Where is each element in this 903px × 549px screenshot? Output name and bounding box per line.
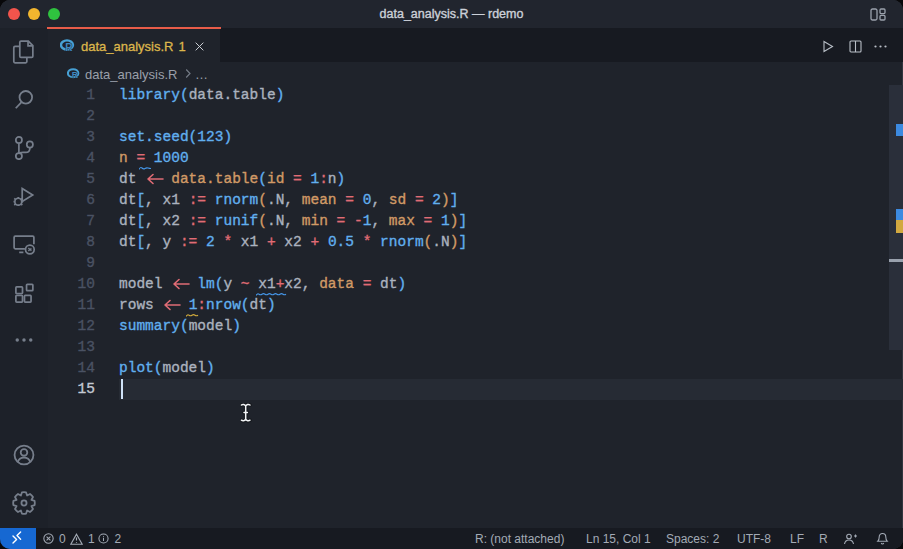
svg-text:R: R bbox=[65, 42, 73, 53]
svg-text:R: R bbox=[72, 70, 79, 80]
